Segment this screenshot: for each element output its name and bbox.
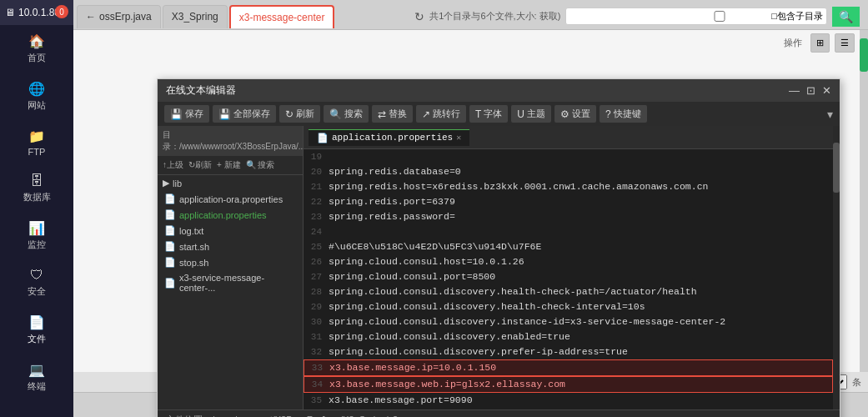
file-x3service[interactable]: 📄 x3-service-message-center-... [158,270,303,295]
code-scrollbar-thumb[interactable] [833,143,840,193]
security-icon: 🛡 [30,268,43,283]
file-search-input[interactable] [569,12,670,22]
file-log-name: log.txt [179,226,203,236]
folder-icon: ▶ [163,178,169,188]
sidebar-item-home[interactable]: 🏠 首页 [0,25,73,73]
code-tab-file-icon: 📄 [317,133,329,143]
close-button[interactable]: ✕ [822,84,831,97]
new-file-button[interactable]: + 新建 [217,159,241,171]
maximize-button[interactable]: ⊡ [806,84,815,97]
code-line-35: 35x3.base.message.port=9090 [304,393,833,408]
sidebar-item-security-label: 安全 [28,285,46,298]
sidebar-item-files[interactable]: 📄 文件 [0,306,73,354]
file-stop-name: stop.sh [179,258,208,268]
shortcuts-label: 快捷键 [614,108,641,120]
line-number: 21 [304,179,329,194]
replace-button[interactable]: ⇄ 替换 [372,105,413,123]
refresh-editor-button[interactable]: ↻ 刷新 [279,105,320,123]
sidebar-item-website[interactable]: 🌐 网站 [0,73,73,120]
code-line-33: 33x3.base.message.ip=10.0.1.150 [304,359,833,376]
editor-window-controls: — ⊡ ✕ [789,84,831,97]
file-tree-path: 目录：/www/wwwroot/X3BossErpJava/... [158,126,303,156]
line-content: spring.redis.host=x6rediss.bz3kxk.0001.c… [329,179,833,194]
save-all-label: 全部保存 [233,108,270,120]
file-start[interactable]: 📄 start.sh [158,239,303,254]
line-number: 29 [304,299,329,314]
minimize-button[interactable]: — [789,84,800,97]
toolbar-more-icon[interactable]: ▾ [827,108,833,121]
refresh-label: 刷新 [296,108,314,120]
line-content: spring.cloud.consul.discovery.instance-i… [329,314,833,329]
line-content: spring.cloud.consul.discovery.health-che… [329,284,833,299]
tab-x3-message-center[interactable]: x3-message-center [229,5,335,28]
sidebar-item-terminal-label: 终端 [28,380,46,393]
grid-view-button[interactable]: ⊞ [810,33,830,53]
tab-x3spring[interactable]: X3_Spring [163,5,228,28]
search-editor-button[interactable]: 🔍 搜索 [324,105,369,123]
line-number: 23 [304,209,329,224]
goto-line-button[interactable]: ↗ 跳转行 [416,105,466,123]
sidebar-item-files-label: 文件 [28,333,46,345]
replace-icon: ⇄ [378,108,386,120]
sidebar-item-database[interactable]: 🗄 数据库 [0,165,73,212]
code-editor[interactable]: 📄 application.properties ✕ 1920spring.re… [304,126,833,409]
file-icon-log: 📄 [164,225,176,236]
refresh-icon: ↻ [285,108,294,120]
code-tab-app-props[interactable]: 📄 application.properties ✕ [309,129,469,146]
settings-label: 设置 [572,108,590,120]
code-tab-close[interactable]: ✕ [456,133,461,143]
font-button[interactable]: T 字体 [469,105,508,123]
settings-button[interactable]: ⚙ 设置 [554,105,596,123]
file-app-props[interactable]: 📄 application.properties [158,207,303,223]
line-content: x3.base.message.port=9090 [329,393,833,408]
sidebar-item-ftp[interactable]: 📁 FTP [0,120,73,165]
file-icon-props: 📄 [164,209,176,220]
shortcuts-button[interactable]: ? 快捷键 [600,105,647,123]
sidebar-item-terminal[interactable]: 💻 终端 [0,354,73,401]
search-button[interactable]: 🔍 [832,7,860,27]
search-tree-button[interactable]: 🔍 搜索 [246,159,275,171]
per-page-unit: 条 [852,376,861,389]
terminal-icon: 💻 [28,362,45,378]
subdir-checkbox[interactable] [670,11,770,22]
sidebar-item-security[interactable]: 🛡 安全 [0,259,73,306]
line-content: spring.redis.port=6379 [329,194,833,209]
line-number: 22 [304,194,329,209]
subdir-checkbox-label: □包含子目录 [670,10,823,23]
main-scrollbar[interactable] [860,30,868,372]
main-content: ← ossErp.java X3_Spring x3-message-cente… [73,0,868,417]
save-button[interactable]: 💾 保存 [164,105,209,123]
file-stop[interactable]: 📄 stop.sh [158,254,303,270]
list-view-button[interactable]: ☰ [835,33,855,53]
folder-lib[interactable]: ▶ lib [158,175,303,191]
settings-icon: ⚙ [560,108,569,120]
code-tab-bar: 📄 application.properties ✕ [304,126,833,149]
line-number: 26 [304,254,329,269]
database-icon: 🗄 [30,173,43,188]
tab-x3spring-label: X3_Spring [172,11,218,23]
tab-active-label: x3-message-center [239,12,325,23]
file-app-ora[interactable]: 📄 application-ora.properties [158,191,303,207]
line-content: #\u6CE8\u518C\u4E2D\u5FC3\u914D\u7F6E [329,239,833,254]
save-all-button[interactable]: 💾 全部保存 [213,105,276,123]
go-up-button[interactable]: ↑上级 [163,159,183,171]
theme-button[interactable]: U 主题 [511,105,551,123]
editor-title: 在线文本编辑器 [166,83,236,98]
file-x3service-name: x3-service-message-center-... [179,273,296,293]
file-app-ora-name: application-ora.properties [179,194,283,204]
code-line-30: 30spring.cloud.consul.discovery.instance… [304,314,833,329]
line-number: 33 [304,360,329,375]
sidebar-item-home-label: 首页 [28,52,46,64]
file-tab-bar: ← ossErp.java X3_Spring x3-message-cente… [73,0,868,30]
refresh-tree-button[interactable]: ↻刷新 [188,159,212,171]
code-line-27: 27spring.cloud.consul.port=8500 [304,269,833,284]
sidebar-item-monitor[interactable]: 📊 监控 [0,212,73,259]
scrollbar-thumb[interactable] [860,38,868,72]
file-log[interactable]: 📄 log.txt [158,223,303,239]
tab-osserp[interactable]: ← ossErp.java [77,5,161,28]
refresh-button[interactable]: ↻ [414,10,424,23]
code-scrollbar[interactable] [833,126,840,409]
line-number: 24 [304,224,329,239]
ftp-icon: 📁 [28,128,45,144]
line-number: 19 [304,149,329,164]
